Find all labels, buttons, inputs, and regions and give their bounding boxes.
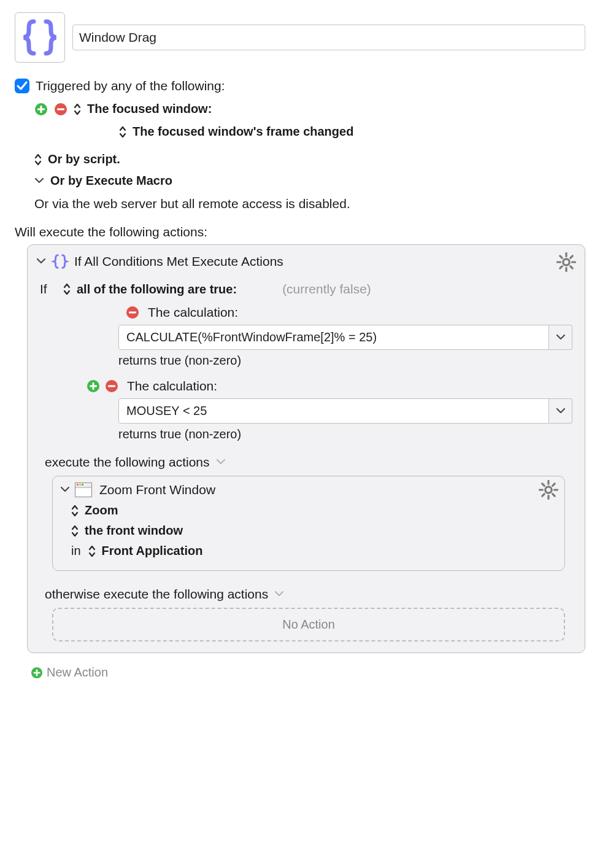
- trigger-type-select-icon[interactable]: [74, 103, 81, 115]
- macro-title-input[interactable]: [72, 25, 585, 50]
- or-execute-label: Or by Execute Macro: [50, 174, 172, 188]
- zoom-app: Front Application: [102, 544, 203, 558]
- new-action-label[interactable]: New Action: [47, 665, 108, 680]
- trigger-primary-label: The focused window:: [87, 102, 212, 116]
- calculation-token-dropdown[interactable]: [549, 398, 572, 424]
- window-icon: [75, 482, 92, 497]
- add-action-icon[interactable]: [31, 667, 43, 679]
- zoom-verb: Zoom: [85, 503, 118, 517]
- otherwise-options-icon[interactable]: [274, 589, 284, 599]
- actions-heading: Will execute the following actions:: [15, 225, 585, 239]
- zoom-target-select-icon[interactable]: [71, 525, 79, 537]
- trigger-primary-detail: The focused window's frame changed: [133, 125, 353, 139]
- returns-label: returns true (non-zero): [118, 427, 572, 441]
- qualifier-label: all of the following are true:: [77, 282, 237, 296]
- add-trigger-icon[interactable]: [34, 103, 48, 116]
- in-prefix: in: [71, 544, 81, 558]
- calculation-input[interactable]: [118, 398, 549, 424]
- zoom-action-title: Zoom Front Window: [99, 482, 215, 497]
- gear-icon[interactable]: [556, 252, 576, 272]
- triggers-heading: Triggered by any of the following:: [36, 79, 225, 93]
- if-prefix: If: [40, 282, 57, 296]
- gear-icon[interactable]: [539, 480, 558, 500]
- remove-condition-icon[interactable]: [105, 379, 118, 393]
- execute-options-icon[interactable]: [216, 457, 226, 467]
- if-disclosure-icon[interactable]: [36, 257, 46, 266]
- otherwise-label: otherwise execute the following actions: [45, 587, 268, 602]
- zoom-app-select-icon[interactable]: [88, 545, 96, 557]
- or-execute-disclosure-icon[interactable]: [34, 176, 44, 186]
- returns-label: returns true (non-zero): [118, 354, 572, 368]
- or-script-select-icon[interactable]: [34, 153, 42, 166]
- trigger-event-select-icon[interactable]: [119, 126, 126, 138]
- if-action-card: If All Conditions Met Execute Actions If…: [27, 244, 585, 653]
- condition-label: The calculation:: [127, 379, 217, 393]
- zoom-action-card: Zoom Front Window Zoom the front window …: [52, 476, 565, 571]
- or-web-label: Or via the web server but all remote acc…: [34, 196, 350, 211]
- remove-trigger-icon[interactable]: [54, 103, 67, 116]
- zoom-disclosure-icon[interactable]: [60, 485, 70, 495]
- condition-label: The calculation:: [148, 305, 238, 320]
- status-hint: (currently false): [282, 282, 371, 296]
- calculation-token-dropdown[interactable]: [549, 325, 572, 350]
- remove-condition-icon[interactable]: [126, 306, 139, 319]
- enabled-checkbox[interactable]: [15, 79, 29, 93]
- qualifier-select-icon[interactable]: [63, 283, 71, 295]
- braces-icon: [51, 254, 69, 269]
- macro-icon[interactable]: [15, 12, 65, 63]
- add-condition-icon[interactable]: [87, 379, 100, 393]
- zoom-target: the front window: [85, 524, 183, 538]
- no-action-placeholder[interactable]: No Action: [52, 608, 565, 641]
- calculation-input[interactable]: [118, 325, 549, 350]
- zoom-verb-select-icon[interactable]: [71, 505, 79, 517]
- or-script-label: Or by script.: [48, 152, 120, 166]
- if-action-title: If All Conditions Met Execute Actions: [74, 254, 283, 269]
- execute-label: execute the following actions: [45, 455, 210, 470]
